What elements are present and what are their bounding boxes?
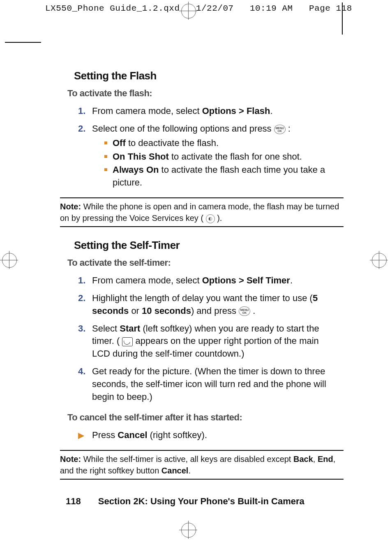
text: While the self-timer is active, all keys… (81, 455, 293, 464)
text: . (250, 306, 255, 316)
step-number: 3. (78, 322, 92, 360)
step-body: Select one of the following options and … (92, 123, 337, 189)
step-body: Get ready for the picture. (When the tim… (92, 365, 337, 403)
text: Highlight the length of delay you want t… (92, 293, 313, 303)
print-filename: LX550_Phone Guide_1.2.qxd (45, 4, 180, 13)
note-label: Note: (60, 202, 81, 211)
text: Press (92, 430, 118, 440)
option-label: Start (120, 323, 140, 334)
text: From camera mode, select (92, 106, 202, 116)
flash-steps: 1. From camera mode, select Options > Fl… (78, 105, 337, 189)
step-body: From camera mode, select Options > Self … (92, 274, 337, 287)
text: to activate the flash for one shot. (169, 151, 302, 162)
registration-mark-icon (370, 251, 388, 269)
step-body: From camera mode, select Options > Flash… (92, 105, 337, 118)
text: ) and press (191, 306, 239, 316)
registration-mark-icon (0, 251, 18, 269)
text: to deactivate the flash. (126, 138, 219, 148)
option-label: 10 seconds (142, 306, 191, 316)
text: . (188, 466, 191, 475)
crop-mark (342, 2, 343, 35)
text: Select (92, 323, 120, 334)
key-name: Back (293, 455, 313, 464)
print-time: 10:19 AM (250, 4, 293, 13)
text: . (270, 106, 272, 116)
menu-ok-key-icon: MENUOK (274, 125, 286, 134)
selftimer-steps: 1. From camera mode, select Options > Se… (78, 274, 337, 403)
text: (right softkey). (148, 430, 207, 440)
menu-ok-key-icon: MENUOK (239, 306, 250, 316)
text: . (290, 275, 293, 285)
selftimer-step-1: 1. From camera mode, select Options > Se… (78, 274, 337, 287)
option-label: On This Shot (113, 151, 169, 162)
note-self-timer: Note: While the self-timer is active, al… (60, 450, 344, 480)
key-name: End (318, 455, 333, 464)
arrow-bullet-icon: ▶ (78, 429, 92, 442)
option-label: Always On (113, 165, 159, 175)
flash-step-1: 1. From camera mode, select Options > Fl… (78, 105, 337, 118)
cancel-instruction: ▶ Press Cancel (right softkey). (78, 429, 337, 442)
page-footer: 118 Section 2K: Using Your Phone's Built… (66, 495, 304, 508)
step-number: 2. (78, 123, 92, 189)
registration-mark-icon (179, 521, 197, 539)
subhead-activate-flash: To activate the flash: (67, 87, 337, 100)
selftimer-step-3: 3. Select Start (left softkey) when you … (78, 322, 337, 360)
text: , (313, 455, 318, 464)
subhead-activate-self-timer: To activate the self-timer: (67, 257, 337, 269)
menu-path: Options > Flash (202, 106, 270, 116)
heading-setting-self-timer: Setting the Self-Timer (74, 238, 337, 253)
step-body: Highlight the length of delay you want t… (92, 292, 337, 318)
heading-setting-flash: Setting the Flash (74, 68, 337, 83)
key-name: Cancel (161, 466, 189, 475)
text: From camera mode, select (92, 275, 202, 285)
flash-option-off: Off to deactivate the flash. (104, 137, 337, 150)
selftimer-step-2: 2. Highlight the length of delay you wan… (78, 292, 337, 318)
page-number: 118 (66, 496, 81, 506)
page-content: Setting the Flash To activate the flash:… (66, 62, 337, 490)
flash-option-on-this-shot: On This Shot to activate the flash for o… (104, 151, 337, 163)
text: Select one of the following options and … (92, 123, 274, 134)
text: : (286, 123, 291, 134)
step-number: 4. (78, 365, 92, 403)
menu-path: Options > Self Timer (202, 275, 290, 285)
flash-options-list: Off to deactivate the flash. On This Sho… (104, 137, 337, 189)
option-label: Cancel (118, 430, 147, 440)
section-label: Section 2K: Using Your Phone's Built-in … (98, 496, 304, 506)
flash-option-always-on: Always On to activate the flash each tim… (104, 164, 337, 189)
step-number: 2. (78, 292, 92, 318)
voice-services-key-icon: ◐ (206, 214, 215, 223)
option-label: Off (113, 138, 126, 148)
step-number: 1. (78, 274, 92, 287)
step-body: Press Cancel (right softkey). (92, 429, 207, 442)
selftimer-step-4: 4. Get ready for the picture. (When the … (78, 365, 337, 403)
text: While the phone is open and in camera mo… (60, 202, 339, 223)
registration-mark-icon (179, 2, 197, 20)
flash-step-2: 2. Select one of the following options a… (78, 123, 337, 189)
step-number: 1. (78, 105, 92, 118)
text: ). (215, 213, 222, 223)
subhead-cancel-self-timer: To cancel the self-timer after it has st… (67, 411, 337, 424)
note-flash: Note: While the phone is open and in cam… (60, 197, 344, 227)
text: or (129, 306, 142, 316)
self-timer-icon (122, 337, 133, 346)
crop-mark (5, 42, 41, 43)
step-body: Select Start (left softkey) when you are… (92, 322, 337, 360)
note-label: Note: (60, 455, 81, 464)
print-page-label: Page 118 (309, 4, 352, 13)
print-date: 1/22/07 (196, 4, 234, 13)
